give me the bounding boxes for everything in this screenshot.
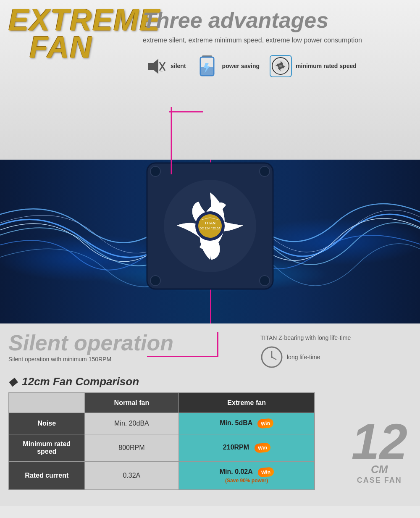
svg-text:DC 12V / 2X.0A: DC 12V / 2X.0A — [200, 227, 220, 230]
pink-bracket — [169, 107, 173, 176]
svg-point-17 — [260, 276, 270, 286]
silent-op-row: Silent operation Silent operation with m… — [8, 332, 412, 369]
row-current-normal: 0.32A — [84, 461, 179, 490]
col-empty-header — [9, 393, 84, 413]
row-current-extreme: Min. 0.02A Win (Save 90% power) — [179, 461, 315, 490]
noise-extreme-value: Min. 5dBA — [220, 419, 252, 426]
row-noise-normal: Min. 20dBA — [84, 413, 179, 434]
row-speed-normal: 800RPM — [84, 434, 179, 461]
bottom-row: Normal fan Extreme fan Noise Min. 20dBA … — [8, 392, 412, 493]
table-wrapper: Normal fan Extreme fan Noise Min. 20dBA … — [8, 392, 315, 490]
silent-left: Silent operation Silent operation with m… — [8, 332, 252, 365]
svg-marker-0 — [148, 59, 158, 74]
icon-silent: ··· silent — [143, 54, 186, 79]
table-row: Noise Min. 20dBA Min. 5dBA Win — [9, 413, 315, 434]
zbearing-area: TITAN Z-bearing with long life-time long… — [252, 332, 412, 369]
top-section: EXTREME FAN Three advantages extreme sil… — [0, 0, 420, 160]
title-line2: FAN — [8, 30, 92, 64]
row-speed-label: Minimum rated speed — [9, 434, 84, 461]
row-current-label: Rated current — [9, 461, 84, 490]
power-label: power saving — [222, 63, 260, 70]
fan-svg: TITAN DC 12V / 2X.0A — [139, 150, 281, 310]
table-row: Rated current 0.32A Min. 0.02A Win (Save… — [9, 461, 315, 490]
case-fan-label: CASE FAN — [352, 476, 407, 485]
right-badge-area: 12 CM CASE FAN — [315, 392, 412, 493]
comparison-title: ◆ 12cm Fan Comparison — [8, 375, 412, 388]
comparison-table: Normal fan Extreme fan Noise Min. 20dBA … — [8, 392, 315, 490]
clock-icon — [260, 346, 284, 369]
pink-line-horiz — [147, 356, 218, 357]
col-extreme-header: Extreme fan — [179, 393, 315, 413]
row-noise-extreme: Min. 5dBA Win — [179, 413, 315, 434]
svg-point-15 — [260, 166, 270, 176]
svg-point-10 — [279, 65, 282, 67]
row-speed-extreme: 210RPM Win — [179, 434, 315, 461]
svg-text:TITAN: TITAN — [205, 221, 215, 225]
win-badge-noise: Win — [257, 418, 274, 429]
bottom-section: Silent operation Silent operation with m… — [0, 323, 420, 506]
icons-row: ··· silent power saving — [143, 54, 412, 79]
current-extreme-value: Min. 0.02A — [220, 468, 253, 475]
advantages-title: Three advantages — [143, 8, 412, 32]
table-row: Minimum rated speed 800RPM 210RPM Win — [9, 434, 315, 461]
win-badge-current: Win — [257, 467, 274, 477]
icon-speed: minimum rated speed — [268, 54, 357, 79]
product-title: EXTREME FAN — [8, 6, 155, 61]
cm-number: 12 — [352, 420, 407, 463]
title-area: EXTREME FAN — [8, 6, 155, 61]
speed-label: minimum rated speed — [296, 63, 357, 70]
cm-unit: CM — [371, 463, 388, 476]
section-title-text: 12cm Fan Comparison — [22, 375, 139, 388]
fan-image: TITAN DC 12V / 2X.0A — [139, 150, 281, 312]
svg-point-14 — [150, 166, 160, 176]
silent-operation-title: Silent operation — [8, 332, 252, 354]
pink-bracket-top — [169, 107, 203, 115]
save-note: (Save 90% power) — [183, 478, 310, 484]
pink-line-bottom — [217, 332, 218, 357]
advantages-area: Three advantages extreme silent, extreme… — [143, 8, 412, 79]
long-lifetime-label: long life-time — [287, 354, 320, 360]
fan-section: TITAN DC 12V / 2X.0A — [0, 160, 420, 323]
cm-case-fan-badge: 12 CM CASE FAN — [352, 420, 407, 485]
svg-point-16 — [150, 276, 160, 286]
zbearing-text: TITAN Z-bearing with long life-time — [260, 334, 412, 342]
silent-label: silent — [171, 63, 186, 70]
speed-extreme-value: 210RPM — [223, 444, 249, 451]
speed-icon — [268, 54, 293, 79]
svg-line-28 — [272, 357, 276, 360]
diamond-icon: ◆ — [8, 375, 17, 388]
win-badge-speed: Win — [254, 442, 271, 453]
silent-icon: ··· — [143, 54, 168, 79]
svg-text:···: ··· — [160, 70, 163, 74]
icon-power: power saving — [194, 54, 260, 79]
advantages-subtitle: extreme silent, extreme minimum speed, e… — [143, 36, 412, 45]
clock-row: long life-time — [260, 346, 412, 369]
power-icon — [194, 54, 220, 79]
col-normal-header: Normal fan — [84, 393, 179, 413]
row-noise-label: Noise — [9, 413, 84, 434]
